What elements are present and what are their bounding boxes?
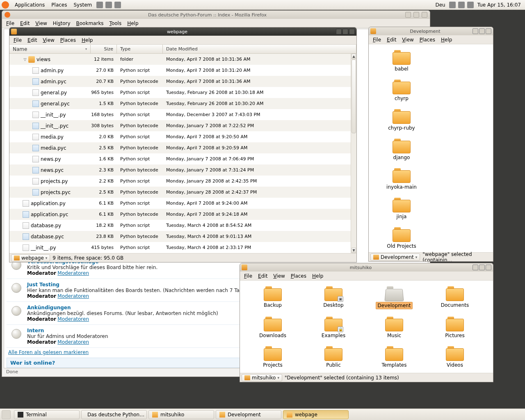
folder-item-public[interactable]: Public xyxy=(303,345,364,372)
maximize-button[interactable] xyxy=(342,29,348,34)
launcher-mail-icon[interactable] xyxy=(105,2,112,8)
folder-item-inyoka-main[interactable]: inyoka-main xyxy=(371,167,432,194)
list-row[interactable]: database.py18.2 KBPython scriptTuesday, … xyxy=(9,220,351,231)
ff-menu-view[interactable]: View xyxy=(33,20,49,27)
menu-view[interactable]: View xyxy=(399,36,416,43)
list-row[interactable]: media.py2.0 KBPython scriptMonday, April… xyxy=(9,131,351,142)
menu-view[interactable]: View xyxy=(40,37,57,44)
close-button[interactable] xyxy=(349,29,355,34)
forum-title-link[interactable]: Intern xyxy=(27,328,44,333)
list-row[interactable]: news.pyc2.3 KBPython bytecodeMonday, Jan… xyxy=(9,164,351,176)
moderator-link[interactable]: Moderatoren xyxy=(57,316,89,322)
folder-item-chyrp-ruby[interactable]: chyrp-ruby xyxy=(371,107,432,135)
firefox-titlebar[interactable]: Das deutsche Python-Forum :: Index - Moz… xyxy=(2,11,430,19)
folder-item-old-projects[interactable]: Old Projects xyxy=(371,226,432,252)
minimize-button[interactable] xyxy=(472,265,478,270)
folder-item-jinja[interactable]: jinja xyxy=(371,196,432,224)
folder-item-downloads[interactable]: Downloads xyxy=(242,315,303,343)
folder-item-chyrp[interactable]: chyrp xyxy=(371,78,432,106)
col-type[interactable]: Type xyxy=(117,45,163,53)
webpage-titlebar[interactable]: webpage xyxy=(9,27,356,36)
folder-item-babel[interactable]: babel xyxy=(371,48,432,76)
list-row[interactable]: application.pyc6.1 KBPython bytecodeMond… xyxy=(9,209,351,220)
launcher-help-icon[interactable] xyxy=(114,2,121,8)
menu-file[interactable]: File xyxy=(242,272,255,280)
col-size[interactable]: Size xyxy=(91,45,117,53)
folder-item-pictures[interactable]: Pictures xyxy=(425,315,485,343)
ff-menu-bookmarks[interactable]: Bookmarks xyxy=(74,20,106,27)
col-name[interactable]: Name▾ xyxy=(9,45,91,53)
ff-menu-history[interactable]: History xyxy=(50,20,73,27)
list-row[interactable]: __init__.py415 bytesPython scriptTuesday… xyxy=(9,242,351,253)
close-button[interactable] xyxy=(486,265,491,270)
task-mitsuhiko[interactable]: mitsuhiko xyxy=(148,410,214,419)
maximize-button[interactable] xyxy=(479,28,485,34)
folder-item-desktop[interactable]: ▣Desktop xyxy=(303,285,364,313)
list-row[interactable]: admin.py27.0 KBPython scriptMonday, Apri… xyxy=(9,65,351,76)
menu-edit[interactable]: Edit xyxy=(384,36,399,43)
maximize-button[interactable] xyxy=(479,265,485,270)
menu-places[interactable]: Places xyxy=(417,36,438,43)
folder-item-documents[interactable]: Documents xyxy=(425,285,485,313)
list-row[interactable]: __init__.pyc308 bytesPython bytecodeMond… xyxy=(9,120,351,131)
menu-places[interactable]: Places xyxy=(288,272,309,280)
moderator-link[interactable]: Moderatoren xyxy=(57,293,89,299)
menu-help[interactable]: Help xyxy=(438,36,454,43)
folder-item-music[interactable]: Music xyxy=(364,315,425,343)
forum-title-link[interactable]: Just Testing xyxy=(27,282,59,288)
development-titlebar[interactable]: Development xyxy=(369,27,493,35)
list-row[interactable]: general.pyc1.5 KBPython bytecodeTuesday,… xyxy=(9,98,351,109)
development-iconview[interactable]: babelchyrpchyrp-rubydjangoinyoka-mainjin… xyxy=(369,44,493,252)
notification-icon[interactable] xyxy=(449,2,456,8)
mitsuhiko-iconview[interactable]: Backup▣DesktopDevelopmentDocumentsDownlo… xyxy=(240,281,493,373)
list-row[interactable]: database.pyc23.8 KBPython bytecodeTuesda… xyxy=(9,231,351,242)
scroll-down-icon[interactable]: ▼ xyxy=(352,248,356,253)
menu-view[interactable]: View xyxy=(271,272,287,280)
launcher-firefox-icon[interactable] xyxy=(96,2,103,8)
menu-places[interactable]: Places xyxy=(48,1,70,9)
task-terminal[interactable]: Terminal xyxy=(14,410,80,419)
path-button[interactable]: mitsuhiko▾ xyxy=(242,374,282,381)
menu-edit[interactable]: Edit xyxy=(256,272,270,280)
moderator-link[interactable]: Moderatoren xyxy=(57,270,89,276)
list-row[interactable]: media.pyc2.5 KBPython bytecodeMonday, Ap… xyxy=(9,142,351,153)
menu-applications[interactable]: Applications xyxy=(11,1,48,9)
minimize-button[interactable] xyxy=(405,12,411,18)
maximize-button[interactable] xyxy=(413,12,419,18)
menu-system[interactable]: System xyxy=(70,1,95,9)
folder-item-django[interactable]: django xyxy=(371,137,432,165)
close-button[interactable] xyxy=(422,12,427,18)
list-row[interactable]: ▽views12 itemsfolderMonday, April 7 2008… xyxy=(9,54,351,65)
task-webpage[interactable]: webpage xyxy=(283,410,349,419)
list-row[interactable]: application.py6.1 KBPython scriptMonday,… xyxy=(9,198,351,209)
folder-item-projects[interactable]: Projects xyxy=(242,345,303,372)
path-button[interactable]: Development▾ xyxy=(370,253,420,261)
list-row[interactable]: projects.py2.2 KBPython scriptMonday, Ja… xyxy=(9,176,351,187)
close-button[interactable] xyxy=(486,28,491,34)
list-row[interactable]: __init__.py168 bytesPython scriptMonday,… xyxy=(9,109,351,120)
menu-file[interactable]: File xyxy=(370,36,383,43)
folder-item-development[interactable]: Development xyxy=(364,285,425,313)
menu-help[interactable]: Help xyxy=(79,37,95,44)
scroll-thumb[interactable] xyxy=(352,59,356,133)
ubuntu-logo-icon[interactable] xyxy=(2,1,9,9)
show-desktop-button[interactable] xyxy=(2,410,11,419)
mitsuhiko-titlebar[interactable]: mitsuhiko xyxy=(240,263,493,272)
menu-edit[interactable]: Edit xyxy=(25,37,39,44)
ff-menu-help[interactable]: Help xyxy=(125,20,141,27)
task-das-deutsche-python-[interactable]: Das deutsche Python… xyxy=(81,410,147,419)
ff-menu-tools[interactable]: Tools xyxy=(107,20,124,27)
folder-item-backup[interactable]: Backup xyxy=(242,285,303,313)
menu-file[interactable]: File xyxy=(11,37,24,44)
keyboard-indicator[interactable]: Deu xyxy=(433,2,447,8)
folder-item-videos[interactable]: Videos xyxy=(425,345,485,372)
moderator-link[interactable]: Moderatoren xyxy=(57,339,89,345)
minimize-button[interactable] xyxy=(336,29,342,34)
menu-help[interactable]: Help xyxy=(310,272,326,280)
col-date[interactable]: Date Modified xyxy=(163,45,356,53)
path-button[interactable]: webpage▾ xyxy=(11,254,50,262)
scrollbar[interactable]: ▲ ▼ xyxy=(351,54,356,253)
forum-title-link[interactable]: Ankündigungen xyxy=(27,305,71,310)
menu-places[interactable]: Places xyxy=(58,37,78,44)
task-development[interactable]: Development xyxy=(216,410,281,419)
